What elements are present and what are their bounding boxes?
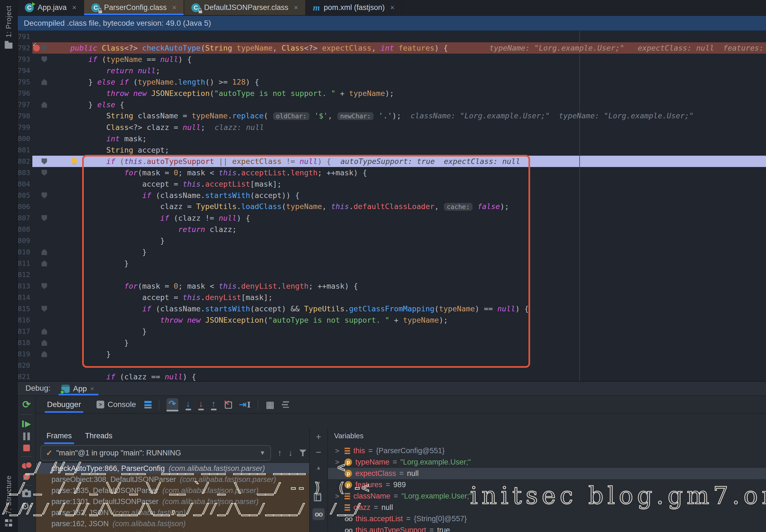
- fold-marker-icon[interactable]: [41, 249, 47, 255]
- line-number[interactable]: 812: [18, 269, 32, 280]
- stack-frame-row[interactable]: parseObject:308, DefaultJSONParser(com.a…: [36, 474, 309, 485]
- expand-chevron-icon[interactable]: >: [333, 492, 341, 500]
- close-icon[interactable]: ×: [72, 3, 76, 12]
- intention-bulb-icon[interactable]: [71, 158, 77, 163]
- variable-row[interactable]: clazz=null: [328, 502, 766, 513]
- duplicate-watch-icon[interactable]: [316, 494, 321, 501]
- thread-selector[interactable]: ✓ "main"@1 in group "main": RUNNING ▼: [40, 445, 271, 461]
- layout-settings-icon[interactable]: [282, 401, 290, 408]
- force-step-into-icon[interactable]: ↓: [198, 399, 204, 410]
- structure-stripe-button[interactable]: 7: Structure: [5, 470, 13, 532]
- variable-row[interactable]: >className="Lorg.example.User;": [328, 491, 766, 502]
- line-number[interactable]: 811: [18, 258, 32, 269]
- variable-row[interactable]: oothis.acceptList={String[0]@557}: [328, 513, 766, 525]
- breakpoint-icon[interactable]: ✓: [33, 45, 40, 51]
- stack-frame-row[interactable]: checkAutoType:866, ParserConfig(com.alib…: [36, 463, 309, 474]
- fold-marker-icon[interactable]: [41, 328, 47, 335]
- line-number[interactable]: 797: [18, 99, 32, 110]
- code-editor[interactable]: 791792✓ public Class<?> checkAutoType(St…: [18, 31, 766, 381]
- stack-frame-row[interactable]: parse:162, JSON(com.alibaba.fastjson): [36, 518, 309, 529]
- close-icon[interactable]: ×: [390, 3, 394, 12]
- line-number[interactable]: 792: [18, 42, 32, 54]
- line-number[interactable]: 807: [18, 212, 32, 224]
- step-into-icon[interactable]: ↓: [186, 399, 191, 410]
- line-number[interactable]: 808: [18, 224, 32, 235]
- thread-dump-icon[interactable]: [22, 491, 31, 497]
- variable-row[interactable]: oothis.autoTypeSupport=true: [328, 525, 766, 532]
- fold-marker-icon[interactable]: [41, 351, 47, 357]
- move-up-icon[interactable]: ↑: [278, 448, 282, 458]
- line-number[interactable]: 820: [18, 360, 32, 371]
- stack-frame-row[interactable]: parse:137, JSON(com.alibaba.fastjson): [36, 529, 309, 532]
- line-number[interactable]: 802: [18, 156, 32, 167]
- evaluate-expression-icon[interactable]: ▦: [265, 399, 274, 410]
- fold-marker-icon[interactable]: [41, 45, 47, 51]
- step-over-icon[interactable]: ↷: [166, 398, 178, 411]
- step-out-icon[interactable]: ↑: [211, 399, 217, 410]
- close-icon[interactable]: ×: [90, 385, 94, 393]
- line-number[interactable]: 805: [18, 190, 32, 201]
- stop-icon[interactable]: [23, 445, 30, 451]
- stack-frame-row[interactable]: parse:1301, DefaultJSONParser(com.alibab…: [36, 496, 309, 507]
- stack-frame-row[interactable]: parse:1335, DefaultJSONParser(com.alibab…: [36, 485, 309, 496]
- fold-marker-icon[interactable]: [41, 340, 47, 346]
- project-stripe-button[interactable]: 1: Project: [5, 0, 13, 54]
- tab-threads[interactable]: Threads: [85, 428, 113, 444]
- tab-pom-xml[interactable]: m pom.xml (fastjson) ×: [306, 0, 402, 15]
- close-icon[interactable]: ×: [294, 3, 298, 12]
- fold-marker-icon[interactable]: [41, 306, 47, 312]
- line-number[interactable]: 819: [18, 348, 32, 360]
- line-number[interactable]: 791: [18, 31, 32, 42]
- tab-frames[interactable]: Frames: [46, 428, 72, 444]
- show-execution-point-icon[interactable]: [144, 401, 152, 408]
- fold-marker-icon[interactable]: [41, 283, 47, 289]
- line-number[interactable]: 818: [18, 337, 32, 348]
- add-watch-icon[interactable]: +: [316, 432, 321, 441]
- fold-marker-icon[interactable]: [41, 170, 47, 176]
- line-number[interactable]: 794: [18, 65, 32, 76]
- line-number[interactable]: 793: [18, 54, 32, 65]
- line-number[interactable]: 801: [18, 144, 32, 156]
- line-number[interactable]: 809: [18, 235, 32, 246]
- move-watch-down-icon[interactable]: ▼: [316, 479, 321, 487]
- expand-chevron-icon[interactable]: >: [333, 447, 341, 455]
- tab-console[interactable]: > Console: [95, 396, 137, 413]
- close-icon[interactable]: ×: [172, 3, 176, 12]
- line-number[interactable]: 806: [18, 201, 32, 212]
- line-number[interactable]: 810: [18, 246, 32, 258]
- pause-icon[interactable]: [23, 432, 30, 440]
- fold-marker-icon[interactable]: [41, 79, 47, 85]
- drop-frame-icon[interactable]: [224, 400, 232, 409]
- line-number[interactable]: 814: [18, 292, 32, 303]
- tab-debugger[interactable]: Debugger: [46, 396, 82, 413]
- line-number[interactable]: 800: [18, 133, 32, 144]
- mute-breakpoints-icon[interactable]: [23, 473, 30, 480]
- line-number[interactable]: 816: [18, 314, 32, 326]
- remove-watch-icon[interactable]: −: [316, 448, 321, 456]
- run-to-cursor-icon[interactable]: ⇥: [239, 399, 251, 410]
- resume-icon[interactable]: ▶: [22, 420, 31, 428]
- fold-marker-icon[interactable]: [41, 260, 47, 267]
- settings-gear-icon[interactable]: ⚙: [21, 502, 32, 511]
- line-number[interactable]: 821: [18, 371, 32, 381]
- variable-row[interactable]: pexpectClass=null: [328, 468, 766, 479]
- fold-marker-icon[interactable]: [41, 192, 47, 199]
- view-breakpoints-icon[interactable]: [22, 462, 31, 469]
- move-watch-up-icon[interactable]: ▲: [316, 463, 321, 472]
- move-down-icon[interactable]: ↓: [288, 448, 293, 458]
- stack-frame-row[interactable]: parse:152, JSON(com.alibaba.fastjson): [36, 507, 309, 518]
- filter-funnel-icon[interactable]: [299, 450, 306, 456]
- expand-chevron-icon[interactable]: >: [333, 458, 341, 466]
- variable-row[interactable]: pfeatures=989: [328, 479, 766, 491]
- variable-row[interactable]: >ptypeName="Lorg.example.User;": [328, 457, 766, 468]
- tab-app-java[interactable]: C App.java ×: [18, 0, 84, 15]
- fold-marker-icon[interactable]: [41, 102, 47, 108]
- debug-session-tab[interactable]: App ×: [59, 384, 98, 395]
- fold-marker-icon[interactable]: [41, 215, 47, 221]
- line-number[interactable]: 815: [18, 303, 32, 314]
- fold-marker-icon[interactable]: [41, 56, 47, 62]
- fold-marker-icon[interactable]: [41, 158, 47, 165]
- line-number[interactable]: 804: [18, 178, 32, 190]
- line-number[interactable]: 799: [18, 122, 32, 133]
- show-watches-icon[interactable]: oo: [312, 508, 325, 520]
